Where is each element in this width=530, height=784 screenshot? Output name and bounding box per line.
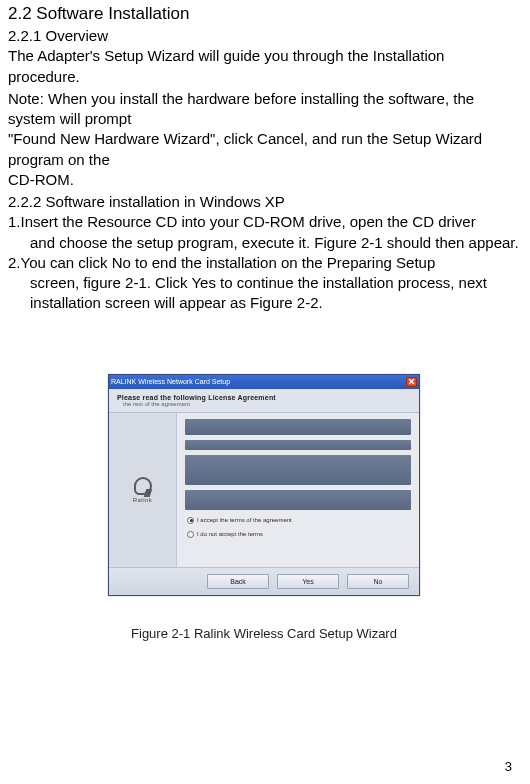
ralink-logo-icon <box>134 477 152 495</box>
heading-2-2-1: 2.2.1 Overview <box>8 26 520 46</box>
wizard-window: RALINK Wireless Network Card Setup Pleas… <box>108 374 420 596</box>
paragraph: "Found New Hardware Wizard", click Cance… <box>8 129 520 170</box>
wizard-subheader-line2: the rest of the agreement <box>123 401 411 407</box>
ralink-logo: Ralink <box>122 477 164 503</box>
heading-2-2-2: 2.2.2 Software installation in Windows X… <box>8 192 520 212</box>
list-item-2-line: 2.You can click No to end the installati… <box>8 253 520 273</box>
license-block <box>185 419 411 435</box>
wizard-titlebar: RALINK Wireless Network Card Setup <box>109 375 419 389</box>
license-block <box>185 455 411 485</box>
no-button[interactable]: No <box>347 574 409 589</box>
list-item-1-cont: and choose the setup program, execute it… <box>8 233 520 253</box>
radio-accept[interactable]: I accept the terms of the agreement <box>187 517 292 524</box>
paragraph: Note: When you install the hardware befo… <box>8 89 520 130</box>
license-block <box>185 440 411 450</box>
figure-2-1: RALINK Wireless Network Card Setup Pleas… <box>8 374 520 641</box>
list-item-2-cont: screen, figure 2-1. Click Yes to continu… <box>8 273 520 314</box>
radio-reject-label: I do not accept the terms <box>197 531 263 537</box>
wizard-subheader: Please read the following License Agreem… <box>109 389 419 413</box>
paragraph: The Adapter's Setup Wizard will guide yo… <box>8 46 520 87</box>
list-item-1-line: 1.Insert the Resource CD into your CD-RO… <box>8 212 520 232</box>
wizard-sidebar: Ralink <box>109 413 177 567</box>
wizard-buttonbar: Back Yes No <box>109 567 419 595</box>
license-block <box>185 490 411 510</box>
page-number: 3 <box>505 759 512 774</box>
heading-2-2: 2.2 Software Installation <box>8 4 520 24</box>
yes-button[interactable]: Yes <box>277 574 339 589</box>
wizard-title: RALINK Wireless Network Card Setup <box>111 378 230 385</box>
close-icon[interactable] <box>406 377 417 387</box>
paragraph: CD-ROM. <box>8 170 520 190</box>
ralink-logo-text: Ralink <box>122 497 164 503</box>
radio-reject[interactable]: I do not accept the terms <box>187 531 263 538</box>
figure-caption: Figure 2-1 Ralink Wireless Card Setup Wi… <box>131 626 397 641</box>
back-button[interactable]: Back <box>207 574 269 589</box>
license-text-panel: I accept the terms of the agreement I do… <box>177 413 419 567</box>
wizard-subheader-line1: Please read the following License Agreem… <box>117 394 411 401</box>
radio-accept-label: I accept the terms of the agreement <box>197 517 292 523</box>
